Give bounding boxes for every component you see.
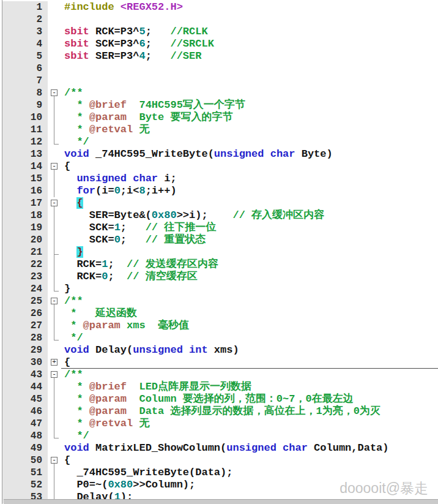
- line-number[interactable]: 12: [2, 136, 48, 148]
- code-text[interactable]: * @param xms 毫秒值: [61, 320, 438, 332]
- line-number[interactable]: 29: [2, 344, 48, 356]
- fold-collapse-toggle[interactable]: -: [48, 454, 61, 467]
- line-number[interactable]: 7: [2, 75, 48, 87]
- code-text[interactable]: _74HC595_WriteByte(Data);: [61, 467, 438, 479]
- code-area[interactable]: 1#include <REGX52.H>23sbit RCK=P3^5; //R…: [0, 1, 438, 503]
- line-number[interactable]: 22: [2, 258, 48, 271]
- fold-minus-icon[interactable]: -: [51, 163, 58, 170]
- line-number[interactable]: 4: [2, 38, 48, 50]
- line-number[interactable]: 19: [2, 222, 48, 234]
- code-token: /**: [64, 369, 83, 380]
- line-number[interactable]: 15: [2, 173, 48, 185]
- code-text[interactable]: unsigned char i;: [61, 173, 438, 185]
- fold-collapse-toggle[interactable]: -: [48, 295, 61, 307]
- code-text[interactable]: void _74HC595_WriteByte(unsigned char By…: [61, 148, 438, 160]
- code-token: sbit: [64, 50, 89, 62]
- line-number[interactable]: 5: [2, 50, 48, 62]
- line-number[interactable]: 52: [2, 479, 48, 491]
- fold-minus-icon[interactable]: -: [51, 200, 58, 206]
- code-text[interactable]: * @param Column 要选择的列，范围：0~7，0在最左边: [61, 393, 438, 405]
- line-number[interactable]: 44: [2, 381, 48, 393]
- line-number[interactable]: 48: [2, 430, 48, 442]
- code-text[interactable]: RCK=0; // 清空缓存区: [61, 271, 438, 283]
- code-text[interactable]: * @retval 无: [61, 418, 438, 430]
- code-text[interactable]: * @param Data 选择列显示的数据，高位在上，1为亮，0为灭: [61, 405, 438, 418]
- fold-expand-toggle[interactable]: +: [48, 356, 61, 369]
- line-number[interactable]: 25: [2, 295, 48, 307]
- code-text[interactable]: for(i=0;i<8;i++): [61, 185, 438, 197]
- line-number[interactable]: 11: [2, 124, 48, 136]
- line-number[interactable]: 43: [2, 369, 48, 381]
- line-number[interactable]: 17: [2, 197, 48, 209]
- code-text[interactable]: /**: [61, 369, 438, 381]
- fold-minus-icon[interactable]: -: [51, 298, 58, 304]
- code-text[interactable]: * @param Byte 要写入的字节: [61, 111, 438, 124]
- code-text[interactable]: */: [61, 332, 438, 344]
- code-text[interactable]: * @brief LED点阵屏显示一列数据: [61, 381, 438, 393]
- line-number[interactable]: 26: [2, 307, 48, 320]
- code-text[interactable]: #include <REGX52.H>: [61, 1, 438, 13]
- line-number[interactable]: 21: [2, 246, 48, 258]
- line-number[interactable]: 6: [2, 62, 48, 75]
- code-text[interactable]: /**: [61, 87, 438, 99]
- line-number[interactable]: 45: [2, 393, 48, 405]
- code-text[interactable]: {: [61, 454, 438, 467]
- code-text[interactable]: }: [61, 283, 438, 295]
- line-number[interactable]: 24: [2, 283, 48, 295]
- code-editor[interactable]: 1#include <REGX52.H>23sbit RCK=P3^5; //R…: [0, 0, 438, 504]
- code-text[interactable]: {: [61, 160, 438, 173]
- fold-collapse-toggle[interactable]: -: [48, 369, 61, 381]
- fold-collapse-toggle[interactable]: -: [48, 87, 61, 99]
- code-text[interactable]: sbit SCK=P3^6; //SRCLK: [61, 38, 438, 50]
- code-text[interactable]: SER=Byte&(0x80>>i); // 存入缓冲区内容: [61, 209, 438, 222]
- code-line: 48 */: [0, 430, 438, 442]
- code-text[interactable]: [61, 75, 438, 87]
- code-text[interactable]: * @retval 无: [61, 124, 438, 136]
- line-number[interactable]: 18: [2, 209, 48, 222]
- line-number[interactable]: 20: [2, 234, 48, 246]
- code-text[interactable]: sbit SER=P3^4; //SER: [61, 50, 438, 62]
- line-number[interactable]: 2: [2, 13, 48, 26]
- line-number[interactable]: 49: [2, 442, 48, 454]
- code-text[interactable]: [61, 62, 438, 75]
- code-text[interactable]: * 延迟函数: [61, 307, 438, 320]
- code-text[interactable]: [61, 13, 438, 26]
- code-text[interactable]: RCK=1; // 发送缓存区内容: [61, 258, 438, 271]
- line-number[interactable]: 47: [2, 418, 48, 430]
- fold-collapse-toggle[interactable]: -: [48, 160, 61, 173]
- line-number[interactable]: 14: [2, 160, 48, 173]
- line-number[interactable]: 50: [2, 454, 48, 467]
- code-text[interactable]: {: [61, 356, 438, 369]
- line-number[interactable]: 13: [2, 148, 48, 160]
- fold-guide: [48, 479, 61, 491]
- code-text[interactable]: }: [61, 246, 438, 258]
- code-text[interactable]: SCK=1; // 往下推一位: [61, 222, 438, 234]
- code-text[interactable]: */: [61, 430, 438, 442]
- fold-minus-icon[interactable]: -: [51, 371, 58, 378]
- fold-collapse-toggle[interactable]: -: [48, 197, 61, 209]
- line-number[interactable]: 8: [2, 87, 48, 99]
- code-text[interactable]: {: [61, 197, 438, 209]
- line-number[interactable]: 1: [2, 1, 48, 13]
- line-number[interactable]: 30: [2, 356, 48, 369]
- code-text[interactable]: void MatrixLED_ShowColumn(unsigned char …: [61, 442, 438, 454]
- code-text[interactable]: */: [61, 136, 438, 148]
- line-number[interactable]: 46: [2, 405, 48, 418]
- line-number[interactable]: 9: [2, 99, 48, 111]
- line-number[interactable]: 3: [2, 26, 48, 38]
- fold-minus-icon[interactable]: -: [51, 89, 58, 96]
- line-number[interactable]: 51: [2, 467, 48, 479]
- code-text[interactable]: sbit RCK=P3^5; //RCLK: [61, 26, 438, 38]
- line-number[interactable]: 27: [2, 320, 48, 332]
- fold-minus-icon[interactable]: -: [51, 457, 58, 464]
- code-text[interactable]: void Delay(unsigned int xms): [61, 344, 438, 356]
- horizontal-scrollbar[interactable]: [4, 499, 438, 504]
- code-text[interactable]: * @brief 74HC595写入一个字节: [61, 99, 438, 111]
- line-number[interactable]: 23: [2, 271, 48, 283]
- fold-plus-icon[interactable]: +: [51, 359, 58, 366]
- line-number[interactable]: 28: [2, 332, 48, 344]
- code-text[interactable]: /**: [61, 295, 438, 307]
- line-number[interactable]: 10: [2, 111, 48, 124]
- line-number[interactable]: 16: [2, 185, 48, 197]
- code-text[interactable]: SCK=0; // 重置状态: [61, 234, 438, 246]
